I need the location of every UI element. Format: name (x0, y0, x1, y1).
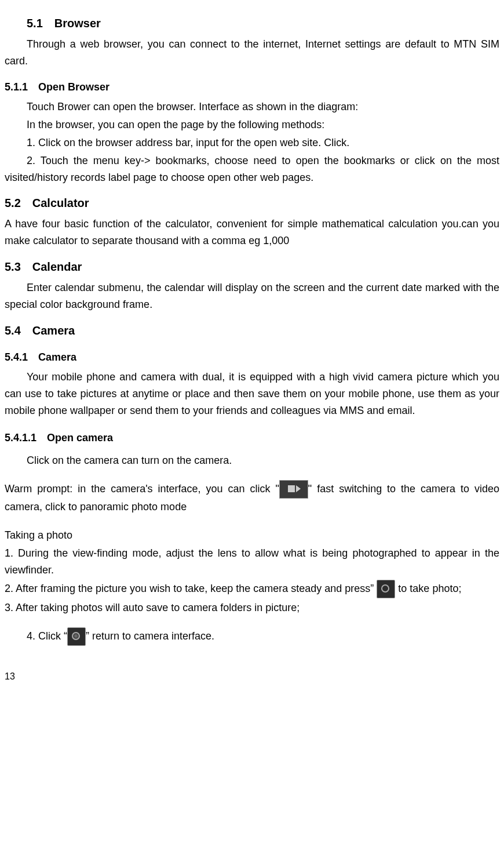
para-camera-desc: Your mobile phone and camera with dual, … (5, 369, 499, 419)
taking-photo-4b: ” return to camera interface. (86, 630, 214, 642)
heading-5-4-1-1-open-camera: 5.4.1.1 Open camera (5, 430, 499, 446)
para-open-camera: Click on the camera can turn on the came… (5, 452, 499, 469)
para-taking-photo-4: 4. Click “” return to camera interface. (5, 627, 499, 646)
page-number: 13 (5, 669, 499, 684)
heading-5-4-1-camera: 5.4.1 Camera (5, 349, 499, 366)
taking-photo-2a: 2. After framing the picture you wish to… (5, 582, 377, 594)
taking-photo-2b: to take photo; (395, 582, 461, 594)
heading-taking-photo: Taking a photo (5, 527, 499, 544)
para-taking-photo-1: 1. During the view-finding mode, adjust … (5, 545, 499, 579)
taking-photo-4a: 4. Click “ (27, 630, 67, 642)
warm-prompt-text-a: Warm prompt: in the camera's interface, … (5, 483, 279, 495)
return-icon (67, 627, 86, 646)
heading-5-3-calendar: 5.3 Calendar (5, 257, 499, 276)
para-taking-photo-2: 2. After framing the picture you wish to… (5, 580, 499, 598)
para-browser-intro: Through a web browser, you can connect t… (5, 36, 499, 70)
video-switch-icon (279, 480, 308, 499)
para-open-browser-1: Touch Brower can open the browser. Inter… (5, 99, 499, 115)
shutter-icon (377, 580, 395, 598)
para-calendar: Enter calendar submenu, the calendar wil… (5, 279, 499, 313)
para-open-browser-2: In the browser, you can open the page by… (5, 117, 499, 133)
heading-5-1-browser: 5.1 Browser (5, 14, 499, 32)
para-calculator: A have four basic function of the calcul… (5, 216, 499, 249)
para-taking-photo-3: 3. After taking photos will auto save to… (5, 599, 499, 616)
heading-5-2-calculator: 5.2 Calculator (5, 194, 499, 212)
heading-5-1-1-open-browser: 5.1.1 Open Browser (5, 79, 499, 96)
heading-5-4-camera: 5.4 Camera (5, 321, 499, 340)
para-open-browser-4: 2. Touch the menu key-> bookmarks, choos… (5, 152, 499, 186)
para-warm-prompt: Warm prompt: in the camera's interface, … (5, 480, 499, 515)
para-open-browser-3: 1. Click on the browser address bar, inp… (5, 135, 499, 151)
